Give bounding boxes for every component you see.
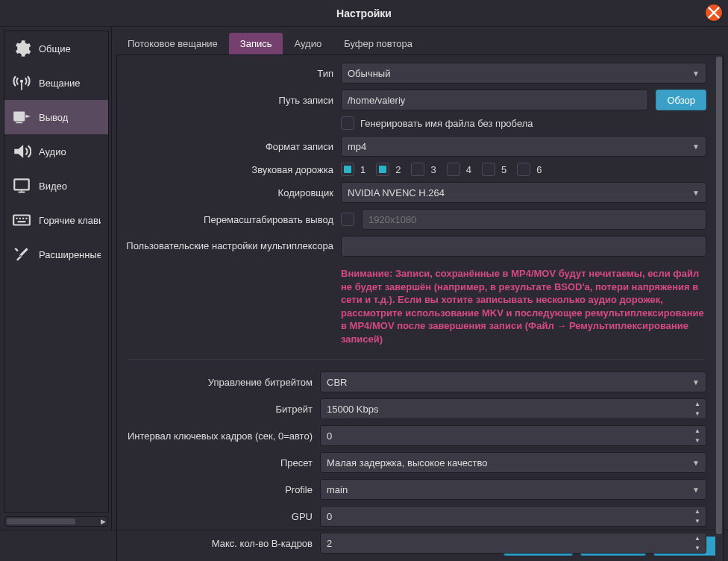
label-track: Звуковая дорожка (126, 164, 341, 175)
scroll-thumb[interactable] (7, 518, 75, 524)
track-4-checkbox[interactable] (447, 163, 460, 176)
track-4-label: 4 (466, 164, 471, 175)
keyint-spin[interactable]: 0 ▲▼ (320, 425, 706, 446)
profile-select[interactable]: main ▼ (320, 479, 706, 500)
sidebar-item-stream[interactable]: Вещание (4, 66, 108, 100)
panel-wrap: Тип Обычный ▼ Путь записи (112, 54, 728, 561)
label-ratectrl: Управление битрейтом (126, 377, 320, 388)
track-2-checkbox[interactable] (376, 163, 389, 176)
svg-marker-3 (25, 115, 31, 118)
bitrate-spin[interactable]: 15000 Kbps ▲▼ (320, 398, 706, 419)
track-2-label: 2 (395, 164, 401, 175)
spin-up-icon[interactable]: ▲ (691, 401, 703, 407)
sidebar-list: Общие Вещание Вывод Аудио (4, 31, 109, 513)
spin-down-icon[interactable]: ▼ (691, 545, 703, 551)
chevron-down-icon: ▼ (692, 69, 700, 78)
spin-down-icon[interactable]: ▼ (691, 518, 703, 524)
label-type: Тип (126, 68, 341, 79)
spin-up-icon[interactable]: ▲ (691, 508, 703, 515)
format-select[interactable]: mp4 ▼ (341, 136, 706, 157)
window-close-button[interactable] (706, 4, 722, 21)
track-5-label: 5 (501, 164, 506, 175)
panel-vscrollbar[interactable] (715, 55, 723, 561)
label-rescale: Перемасштабировать вывод (126, 214, 341, 225)
svg-rect-14 (18, 221, 26, 222)
label-bitrate: Битрейт (126, 404, 320, 415)
window-title: Настройки (336, 7, 392, 19)
track-6-checkbox[interactable] (517, 163, 530, 176)
svg-rect-12 (22, 218, 24, 219)
track-3-checkbox[interactable] (411, 163, 424, 176)
preset-select[interactable]: Малая задержка, высокое качество ▼ (320, 452, 706, 473)
ratectrl-select[interactable]: CBR ▼ (320, 372, 706, 392)
spin-value: 0 (327, 430, 332, 442)
chevron-down-icon: ▼ (692, 459, 700, 467)
sidebar-item-label: Видео (39, 181, 67, 192)
label-encoder: Кодировщик (126, 187, 341, 198)
sidebar-item-label: Общие (39, 43, 71, 54)
track-1-checkbox[interactable] (341, 163, 354, 176)
antenna-icon (12, 73, 31, 93)
svg-point-0 (20, 80, 23, 83)
tab-replay-buffer[interactable]: Буфер повтора (333, 33, 424, 54)
tools-icon (12, 245, 31, 264)
type-select[interactable]: Обычный ▼ (341, 63, 706, 84)
svg-rect-8 (21, 189, 22, 191)
track-1-label: 1 (360, 164, 365, 175)
sidebar-item-advanced[interactable]: Расширенные (4, 237, 108, 272)
chevron-down-icon: ▼ (692, 189, 700, 197)
svg-rect-1 (21, 83, 22, 90)
gen-filename-nospace-checkbox[interactable] (341, 116, 354, 130)
svg-rect-10 (16, 218, 17, 219)
recording-path-input[interactable] (341, 90, 648, 110)
spin-up-icon[interactable]: ▲ (691, 427, 703, 434)
sidebar-item-label: Вывод (39, 112, 68, 123)
muxer-input[interactable] (341, 236, 706, 257)
group-recording: Тип Обычный ▼ Путь записи (117, 55, 715, 354)
track-5-checkbox[interactable] (482, 163, 495, 176)
chevron-down-icon: ▼ (692, 486, 700, 494)
mp4-warning: Внимание: Записи, сохранённые в MP4/MOV … (341, 264, 706, 345)
select-value: CBR (327, 377, 347, 388)
sidebar-item-label: Расширенные (39, 249, 101, 260)
select-value: Обычный (348, 68, 390, 79)
select-value: Малая задержка, высокое качество (327, 457, 487, 468)
bframes-spin[interactable]: 2 ▲▼ (320, 533, 706, 554)
svg-rect-4 (16, 122, 22, 124)
tab-recording[interactable]: Запись (229, 33, 283, 54)
spin-down-icon[interactable]: ▼ (691, 410, 703, 417)
spin-value: 15000 Kbps (327, 404, 378, 415)
spin-down-icon[interactable]: ▼ (691, 437, 703, 444)
chevron-down-icon: ▼ (692, 142, 700, 151)
titlebar: Настройки (0, 0, 728, 27)
select-value: NVIDIA NVENC H.264 (348, 187, 445, 198)
scroll-thumb[interactable] (716, 57, 722, 534)
rescale-input[interactable] (362, 209, 706, 230)
content: Потоковое вещание Запись Аудио Буфер пов… (112, 27, 728, 530)
browse-button[interactable]: Обзор (656, 90, 706, 110)
encoder-select[interactable]: NVIDIA NVENC H.264 ▼ (341, 182, 706, 203)
label-gpu: GPU (126, 511, 320, 522)
recording-path-value[interactable] (348, 95, 641, 106)
spin-up-icon[interactable]: ▲ (691, 535, 703, 542)
svg-rect-7 (19, 192, 25, 193)
gpu-spin[interactable]: 0 ▲▼ (320, 506, 706, 527)
scroll-arrow-right-icon: ▶ (101, 518, 106, 525)
sidebar-item-video[interactable]: Видео (4, 169, 108, 203)
track-3-label: 3 (430, 164, 436, 175)
sidebar-item-hotkeys[interactable]: Горячие клавиши (4, 203, 108, 237)
sidebar-hscrollbar[interactable]: ▶ (4, 516, 108, 527)
select-value: main (327, 484, 348, 495)
sidebar-item-audio[interactable]: Аудио (4, 134, 108, 169)
svg-rect-2 (13, 111, 25, 121)
label-keyint: Интервал ключевых кадров (сек, 0=авто) (126, 430, 320, 442)
sidebar-item-output[interactable]: Вывод (4, 100, 108, 134)
sidebar-item-general[interactable]: Общие (4, 31, 108, 66)
tab-streaming[interactable]: Потоковое вещание (116, 33, 229, 54)
rescale-checkbox[interactable] (341, 213, 354, 226)
label-muxer: Пользовательские настройки мультиплексор… (126, 236, 341, 251)
sidebar-item-label: Горячие клавиши (39, 215, 101, 226)
tab-audio[interactable]: Аудио (283, 33, 333, 54)
main: Общие Вещание Вывод Аудио (0, 27, 728, 530)
label-format: Формат записи (126, 141, 341, 152)
